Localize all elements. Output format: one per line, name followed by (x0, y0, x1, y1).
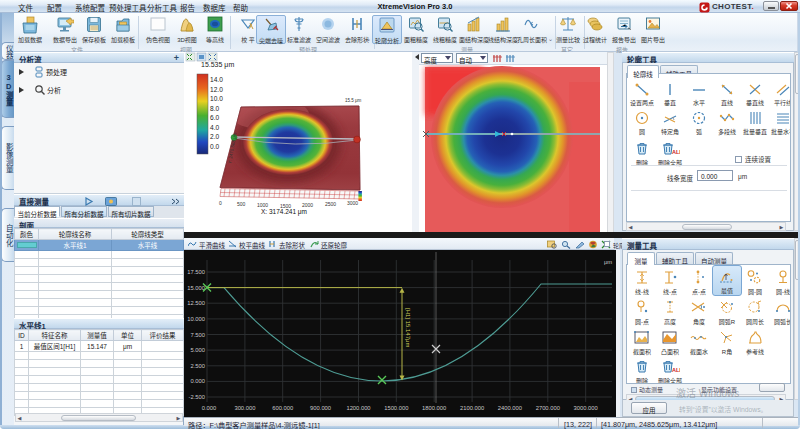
svg-text:6.0: 6.0 (210, 114, 219, 121)
svg-text:3000.000: 3000.000 (574, 405, 598, 411)
svg-text:-2.500: -2.500 (189, 394, 205, 400)
svg-text:X: 3174.241 μm: X: 3174.241 μm (261, 208, 307, 216)
svg-text:7.500: 7.500 (190, 332, 205, 338)
svg-text:10.000: 10.000 (187, 316, 205, 322)
svg-text:2100.000: 2100.000 (460, 405, 484, 411)
svg-text:1500.000: 1500.000 (384, 405, 408, 411)
svg-text:2500: 2500 (325, 201, 336, 207)
svg-text:15.535 μm: 15.535 μm (201, 61, 234, 69)
svg-text:0.000: 0.000 (190, 378, 205, 384)
svg-text:2.500: 2.500 (190, 363, 205, 369)
svg-text:14.0: 14.0 (210, 76, 223, 83)
svg-text:ALL: ALL (672, 367, 680, 373)
svg-text:ALL: ALL (672, 149, 680, 155)
svg-text:2.0: 2.0 (210, 133, 219, 140)
svg-text:5.000: 5.000 (190, 347, 205, 353)
svg-text:4.0: 4.0 (210, 124, 219, 131)
svg-text:300.000: 300.000 (234, 405, 255, 411)
svg-text:2700.000: 2700.000 (536, 405, 560, 411)
svg-text:1800.000: 1800.000 (422, 405, 446, 411)
svg-text:μm: μm (604, 259, 612, 265)
svg-text:1200.000: 1200.000 (346, 405, 370, 411)
svg-text:12.500: 12.500 (187, 300, 205, 306)
svg-text:600.000: 600.000 (272, 405, 293, 411)
svg-text:12.0: 12.0 (210, 86, 223, 93)
svg-text:17.500: 17.500 (187, 269, 205, 275)
svg-text:2400.000: 2400.000 (498, 405, 522, 411)
svg-text:500: 500 (237, 201, 246, 207)
svg-text:0: 0 (219, 200, 222, 206)
svg-text:15.5 μm: 15.5 μm (345, 98, 362, 103)
svg-text:8.0: 8.0 (210, 105, 219, 112)
svg-text:10.0: 10.0 (210, 95, 223, 102)
svg-text:900.000: 900.000 (310, 405, 331, 411)
svg-text:0.000: 0.000 (202, 405, 217, 411)
svg-text:15.000: 15.000 (187, 285, 205, 291)
svg-text:[H1] 15.147μm: [H1] 15.147μm (405, 308, 411, 347)
svg-text:0.0: 0.0 (210, 143, 219, 150)
svg-text:3000: 3000 (347, 200, 358, 206)
